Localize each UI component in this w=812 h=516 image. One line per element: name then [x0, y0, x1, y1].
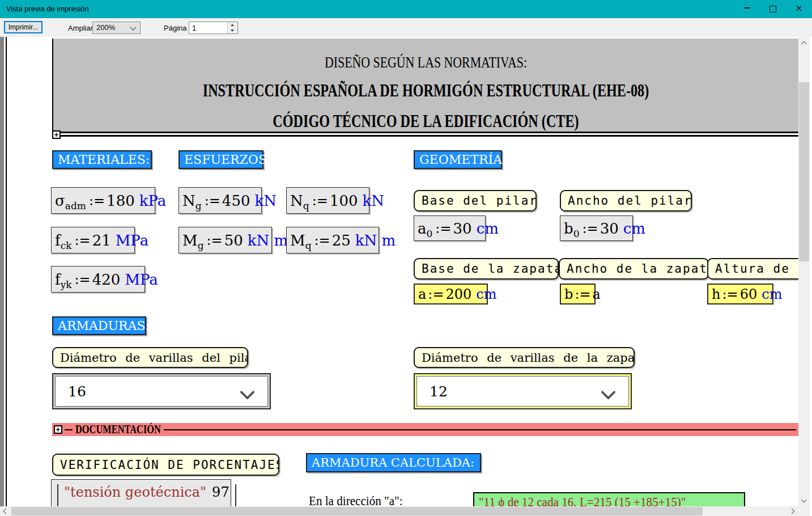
subscript: 0	[427, 228, 433, 239]
page-margin-strip	[0, 37, 4, 506]
subscript: g	[195, 200, 202, 212]
document-page: DISEÑO SEGÚN LAS NORMATIVAS: INSTRUCCIÓN…	[0, 37, 798, 506]
assign-operator: :=	[582, 221, 598, 236]
math-region-a: a:=200cm	[414, 284, 488, 304]
math-region-ng: Ng:=450kN	[178, 187, 262, 214]
value: 25	[332, 232, 351, 249]
chevron-down-icon	[130, 24, 136, 30]
assign-operator: :=	[314, 232, 330, 248]
scroll-right-button[interactable]	[788, 506, 797, 516]
subscript: q	[305, 240, 312, 251]
unit: cm	[477, 220, 499, 237]
horizontal-scrollbar[interactable]	[0, 506, 798, 516]
maximize-icon	[770, 6, 776, 12]
section-armaduras: ARMADURAS:	[52, 316, 146, 335]
var: f	[55, 232, 61, 249]
value: a	[593, 286, 601, 302]
subscript: ck	[61, 240, 72, 251]
assign-operator: :=	[312, 193, 328, 209]
maximize-button[interactable]	[760, 0, 786, 18]
unit: cm	[476, 286, 496, 302]
unit: cm	[762, 286, 782, 302]
page-number-value: 1	[192, 24, 196, 32]
title-line-1: DISEÑO SEGÚN LAS NORMATIVAS:	[135, 53, 717, 71]
unit: cm	[623, 220, 645, 237]
value: 180	[107, 192, 135, 209]
value: 200	[446, 286, 472, 302]
assign-operator: :=	[89, 193, 105, 209]
scroll-down-button[interactable]	[799, 496, 809, 505]
matrix-number: 97	[212, 484, 229, 500]
page-number-input[interactable]: 1	[189, 22, 238, 34]
unit: kN	[362, 192, 384, 209]
verification-matrix: "tensión geotécnica"97 "altura de zapata…	[51, 479, 231, 506]
chevron-down-icon	[601, 384, 616, 400]
math-region-mg: Mg:=50kN m	[178, 227, 272, 253]
zapata-diameter-select: 12	[414, 373, 632, 409]
value: 450	[222, 192, 250, 209]
math-region-h: h:=60cm	[707, 284, 773, 304]
subscript: q	[303, 200, 309, 212]
zapata-diameter-value: 12	[430, 383, 448, 400]
chevron-down-icon	[240, 384, 255, 400]
chevron-right-icon	[789, 509, 795, 514]
close-button[interactable]: ✕	[786, 0, 812, 18]
math-region-mq: Mq:=25kN m	[286, 227, 379, 253]
var: σ	[55, 192, 65, 209]
dash-line	[65, 429, 73, 430]
unit: MPa	[125, 271, 158, 288]
math-region-fck: fck:=21MPa	[51, 227, 135, 253]
unit: kN m	[355, 232, 396, 249]
value: 100	[330, 192, 358, 209]
tag-base-pilar: Base del pilar	[414, 190, 537, 212]
math-region-nq: Nq:=100kN	[286, 187, 369, 214]
assign-operator: :=	[575, 286, 590, 302]
zoom-select[interactable]: 200%	[92, 22, 141, 34]
var: M	[182, 232, 198, 249]
var: N	[290, 192, 303, 209]
minimize-button[interactable]	[734, 0, 760, 18]
unit: kN	[254, 192, 277, 209]
section-materiales: MATERIALES:	[52, 150, 152, 169]
title-line-2: INSTRUCCIÓN ESPAÑOLA DE HORMIGÓN ESTRUCT…	[135, 81, 717, 101]
var: h	[712, 286, 720, 302]
assign-operator: :=	[435, 221, 451, 236]
expand-icon: +	[52, 130, 61, 139]
value: 420	[92, 271, 121, 288]
rule-line	[164, 429, 796, 430]
assign-operator: :=	[75, 272, 91, 287]
assign-operator: :=	[205, 193, 220, 209]
preview-pane: DISEÑO SEGÚN LAS NORMATIVAS: INSTRUCCIÓN…	[0, 37, 812, 516]
tag-verificacion: VERIFICACIÓN DE PORCENTAJES	[52, 454, 279, 476]
print-button[interactable]: Imprimir...	[4, 21, 42, 33]
scroll-up-button[interactable]	[799, 38, 809, 48]
value: 60	[740, 286, 758, 302]
value: 21	[92, 232, 111, 249]
var: N	[182, 192, 195, 209]
minimize-icon	[744, 7, 750, 9]
horizontal-scrollbar-thumb[interactable]	[11, 507, 703, 515]
matrix-string: "tensión geotécnica"	[64, 484, 206, 500]
var: a	[418, 286, 426, 302]
var: f	[55, 271, 61, 288]
chevron-down-icon	[801, 497, 807, 503]
math-region-sigma-adm: σadm:=180kPa	[51, 187, 155, 214]
subscript: g	[198, 240, 204, 251]
subscript: adm	[65, 200, 86, 212]
section-geometria: GEOMETRÍA:	[414, 150, 502, 169]
matrix-row: "tensión geotécnica"97	[64, 484, 229, 500]
value: 50	[224, 232, 243, 249]
matrix-bracket-right	[235, 484, 236, 506]
page-spinner	[227, 22, 237, 33]
chevron-up-icon	[801, 41, 807, 47]
section-divider-line	[54, 132, 798, 137]
scroll-left-button[interactable]	[0, 506, 10, 516]
result-text: "11 ϕ de 12 cada 16. L=215 (15 +185+15)"	[479, 494, 686, 507]
pilar-diameter-select: 16	[52, 373, 271, 409]
pilar-diameter-value: 16	[68, 383, 86, 400]
print-preview-window: Vista previa de impresión ✕ Imprimir... …	[0, 0, 812, 516]
spin-down-button[interactable]	[228, 28, 237, 33]
var: b	[564, 286, 573, 302]
tag-base-zapata: Base de la zapata	[414, 258, 559, 280]
vertical-scrollbar-thumb[interactable]	[799, 82, 809, 261]
